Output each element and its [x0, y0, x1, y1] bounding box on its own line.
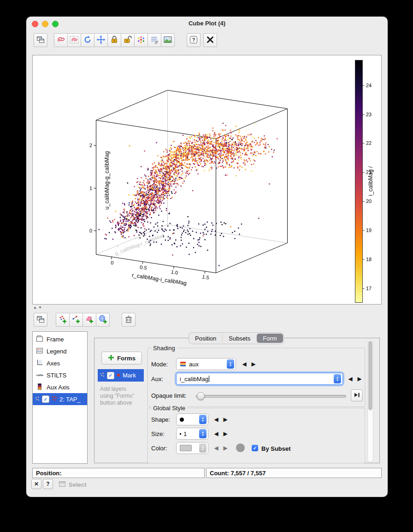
hint-line: button above: [100, 400, 144, 406]
color-stepper[interactable]: ▲▼: [199, 443, 206, 453]
remove-layer-button[interactable]: [122, 313, 136, 327]
add-area-layer-icon: [85, 315, 94, 325]
lock-aux-range-button[interactable]: [121, 33, 135, 47]
rescale-icon: [96, 35, 106, 46]
position-readout-label: Position:: [36, 470, 62, 477]
position-readout: Position:: [32, 468, 205, 478]
aux-next-button[interactable]: ▶: [355, 375, 364, 383]
plot-panel: [32, 55, 382, 305]
replot-button[interactable]: [81, 33, 94, 47]
close-plot-button[interactable]: [203, 33, 217, 47]
size-combo[interactable]: 1 ▲▼: [176, 428, 208, 440]
size-stepper[interactable]: ▲▼: [199, 429, 206, 438]
select-label: Select: [69, 481, 86, 488]
blob-subset-icon: [56, 35, 65, 46]
mode-next-button[interactable]: ▶: [249, 360, 258, 368]
aux-shader-button[interactable]: [134, 33, 148, 47]
add-area-layer-button[interactable]: [83, 313, 96, 327]
help-button[interactable]: ?: [187, 33, 201, 47]
window-control-button[interactable]: [34, 33, 47, 47]
shape-prev-button[interactable]: ◀: [212, 415, 220, 424]
tree-item-legend[interactable]: Legend: [33, 345, 87, 357]
opaque-limit-slider-thumb[interactable]: [197, 392, 205, 400]
layer-toolbar: [34, 313, 136, 327]
shape-next-button[interactable]: ▶: [221, 415, 230, 424]
scrollbar-thumb[interactable]: [368, 341, 372, 410]
opaque-limit-slider[interactable]: [196, 395, 346, 398]
tree-item-label: Aux Axis: [47, 384, 70, 391]
size-dot-icon: [180, 433, 181, 435]
unlock-icon: [123, 35, 132, 46]
forms-hint: Add layers using "Forms" button above: [100, 386, 144, 406]
tree-item-layer-tap[interactable]: ✓ 2: TAP_: [33, 393, 87, 405]
mode-stepper[interactable]: ▲▼: [227, 359, 234, 369]
tab-form[interactable]: Form: [257, 334, 283, 343]
aux-field[interactable]: i_calibMag ▲▼: [176, 373, 343, 385]
color-next-button[interactable]: ▶: [221, 444, 230, 452]
size-prev-button[interactable]: ◀: [212, 430, 220, 438]
mode-prev-button[interactable]: ◀: [240, 360, 248, 368]
rescale-button[interactable]: [94, 33, 108, 47]
add-pair-layer-button[interactable]: [69, 313, 83, 327]
position-mini-icon: [35, 396, 40, 403]
form-panel-scrollbar[interactable]: [367, 340, 373, 462]
layer-visibility-checkbox[interactable]: ✓: [42, 395, 49, 403]
add-sky-layer-icon: [98, 315, 107, 325]
count-readout: Count: 7,557 / 7,557: [206, 468, 382, 478]
titlebar[interactable]: Cube Plot (4): [26, 17, 388, 30]
zoom-window-button[interactable]: [52, 21, 59, 27]
add-pair-layer-icon: [71, 315, 81, 325]
tree-item-aux-axis[interactable]: Aux Axis: [33, 381, 87, 393]
export-image-icon: [163, 35, 172, 46]
size-next-button[interactable]: ▶: [221, 430, 230, 438]
tree-item-label: STILTS: [47, 372, 66, 379]
aux-label: Aux:: [151, 376, 163, 383]
shape-stepper[interactable]: ▲▼: [199, 415, 206, 424]
by-subset-checkbox[interactable]: ✓: [252, 445, 258, 451]
color-label: Color:: [151, 445, 167, 452]
draw-subset-button[interactable]: [54, 33, 68, 47]
forms-button[interactable]: Forms: [101, 352, 142, 365]
footer-help-button[interactable]: ?: [43, 479, 53, 489]
aux-stepper[interactable]: ▲▼: [334, 374, 341, 383]
form-layer-mark[interactable]: ✓ Mark: [98, 369, 144, 382]
layer-window-control-button[interactable]: [34, 313, 47, 327]
replot-icon: [83, 35, 92, 46]
mark-dot-icon: [116, 372, 121, 379]
draw-subset-frame-button[interactable]: [67, 33, 81, 47]
hint-line: using "Forms": [100, 393, 144, 400]
export-image-button[interactable]: [161, 33, 175, 47]
splitter-up-icon[interactable]: ▲: [33, 305, 37, 310]
color-combo[interactable]: ▲▼: [176, 442, 208, 454]
mode-combo[interactable]: aux ▲▼: [176, 358, 236, 370]
close-window-button[interactable]: [32, 21, 38, 27]
tree-item-stilts[interactable]: >stilts STILTS: [33, 369, 87, 381]
tree-item-axes[interactable]: Axes: [33, 357, 87, 369]
scatter-icon: [51, 395, 58, 403]
minimize-window-button[interactable]: [42, 21, 48, 27]
opaque-limit-adjust-icon: [353, 391, 360, 400]
tab-subsets[interactable]: Subsets: [222, 333, 256, 343]
help-icon: ?: [189, 35, 198, 46]
add-sky-layer-button[interactable]: [96, 313, 110, 327]
color-prev-button[interactable]: ◀: [212, 444, 220, 452]
control-tree: Frame Legend Axes >stilts STILTS Aux Axi…: [32, 331, 88, 464]
footer-close-button[interactable]: ✕: [31, 479, 41, 489]
select-toggle[interactable]: Select: [59, 480, 86, 489]
marker-color-preview: [236, 443, 245, 452]
shape-combo[interactable]: ▲▼: [176, 413, 208, 425]
lock-axes-button[interactable]: [107, 33, 121, 47]
cube-plot-canvas[interactable]: [33, 55, 381, 304]
opaque-limit-adjust-button[interactable]: [351, 389, 363, 401]
splitter-down-icon[interactable]: ▼: [38, 305, 42, 310]
cube-plot-window: Cube Plot (4): [26, 17, 388, 497]
aux-prev-button[interactable]: ◀: [346, 375, 354, 383]
sphere-icon: [136, 35, 146, 46]
tree-item-frame[interactable]: Frame: [33, 333, 87, 345]
svg-text:>stilts: >stilts: [36, 374, 43, 377]
select-icon: [59, 480, 66, 489]
axis-editor-button[interactable]: [148, 33, 161, 47]
tab-position[interactable]: Position: [189, 333, 222, 343]
add-position-layer-button[interactable]: [56, 313, 70, 327]
mark-visibility-checkbox[interactable]: ✓: [107, 372, 114, 379]
